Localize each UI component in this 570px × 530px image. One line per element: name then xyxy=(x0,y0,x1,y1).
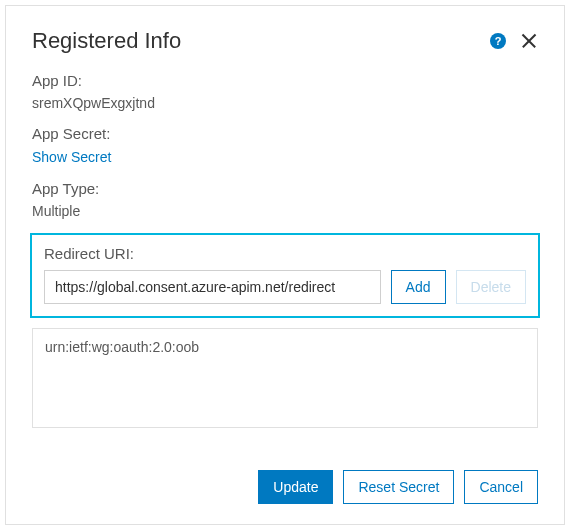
app-type-block: App Type: Multiple xyxy=(32,180,538,219)
redirect-uri-label: Redirect URI: xyxy=(44,245,526,262)
redirect-uri-highlight: Redirect URI: Add Delete xyxy=(30,233,540,318)
redirect-uri-list[interactable]: urn:ietf:wg:oauth:2.0:oob xyxy=(32,328,538,428)
app-id-block: App ID: sremXQpwExgxjtnd xyxy=(32,72,538,111)
update-button[interactable]: Update xyxy=(258,470,333,504)
app-secret-block: App Secret: Show Secret xyxy=(32,125,538,166)
list-item[interactable]: urn:ietf:wg:oauth:2.0:oob xyxy=(45,339,525,355)
header-actions: ? xyxy=(490,32,538,50)
registered-info-panel: Registered Info ? App ID: sremXQpwExgxjt… xyxy=(5,5,565,525)
delete-button: Delete xyxy=(456,270,526,304)
redirect-uri-input[interactable] xyxy=(44,270,381,304)
app-id-value: sremXQpwExgxjtnd xyxy=(32,95,538,111)
app-secret-label: App Secret: xyxy=(32,125,538,142)
show-secret-link[interactable]: Show Secret xyxy=(32,149,111,165)
app-type-label: App Type: xyxy=(32,180,538,197)
cancel-button[interactable]: Cancel xyxy=(464,470,538,504)
add-button[interactable]: Add xyxy=(391,270,446,304)
app-type-value: Multiple xyxy=(32,203,538,219)
help-icon[interactable]: ? xyxy=(490,33,506,49)
header: Registered Info ? xyxy=(32,28,538,54)
reset-secret-button[interactable]: Reset Secret xyxy=(343,470,454,504)
footer-actions: Update Reset Secret Cancel xyxy=(258,470,538,504)
page-title: Registered Info xyxy=(32,28,181,54)
redirect-uri-row: Add Delete xyxy=(44,270,526,304)
close-icon[interactable] xyxy=(520,32,538,50)
app-id-label: App ID: xyxy=(32,72,538,89)
